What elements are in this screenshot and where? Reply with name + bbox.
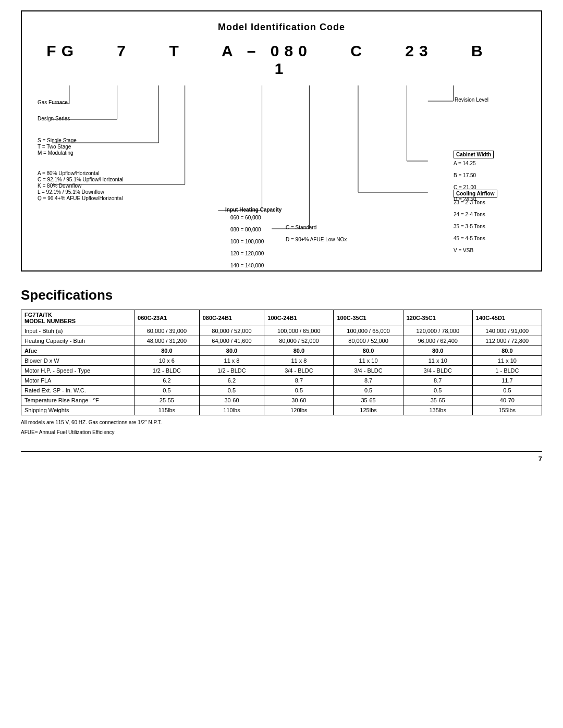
cell-2-1: 80.0 <box>199 346 264 356</box>
cell-2-3: 80.0 <box>334 346 403 356</box>
table-row: Temperature Rise Range - ºF25-5530-6030-… <box>21 396 542 405</box>
model-group-header: FG7TA/TK MODEL NUMBERS <box>21 310 134 326</box>
design-series-label: Design Series <box>38 116 70 121</box>
row-label-3: Blower D x W <box>21 356 134 366</box>
cell-3-2: 11 x 8 <box>264 356 334 366</box>
standard-d-label: D = 90+% AFUE Low NOx <box>286 237 347 242</box>
airflow-l-label: L = 92.1% / 95.1% Downflow <box>38 189 104 195</box>
footnote-2: AFUE= Annual Fuel Utilization Efficiency <box>21 429 542 435</box>
table-row: Blower D x W10 x 611 x 811 x 811 x 1011 … <box>21 356 542 366</box>
page-number: 7 <box>21 451 542 463</box>
cell-8-2: 120lbs <box>264 405 334 415</box>
specs-title: Specifications <box>21 287 542 303</box>
cell-5-5: 11.7 <box>472 376 542 386</box>
cell-6-3: 0.5 <box>334 386 403 396</box>
cabinet-b: B = 17.50 <box>454 172 494 178</box>
table-row: Shipping Weights115lbs110lbs120lbs125lbs… <box>21 405 542 415</box>
cooling-airflow-group: Cooling Airflow 23 = 2-3 Tons 24 = 2-4 T… <box>454 190 497 226</box>
cell-2-4: 80.0 <box>403 346 472 356</box>
cell-6-5: 0.5 <box>472 386 542 396</box>
cell-6-4: 0.5 <box>403 386 472 396</box>
page-num-text: 7 <box>538 455 542 463</box>
cell-0-5: 140,000 / 91,000 <box>472 326 542 336</box>
model-id-title: Model Identification Code <box>38 22 525 33</box>
cell-7-0: 25-55 <box>134 396 200 405</box>
col-header-2: 080C-24B1 <box>199 310 264 326</box>
stage-s-label: S = Single Stage <box>38 138 77 143</box>
cell-6-1: 0.5 <box>199 386 264 396</box>
cell-1-0: 48,000 / 31,200 <box>134 336 200 346</box>
cell-1-5: 112,000 / 72,800 <box>472 336 542 346</box>
input-heating-title: Input Heating Capacity <box>225 207 282 213</box>
row-label-7: Temperature Rise Range - ºF <box>21 396 134 405</box>
cell-1-3: 80,000 / 52,000 <box>334 336 403 346</box>
cell-5-2: 8.7 <box>264 376 334 386</box>
cabinet-width-title: Cabinet Width <box>454 151 494 158</box>
airflow-a-label: A = 80% Upflow/Horizontal <box>38 170 100 176</box>
col-header-3: 100C-24B1 <box>264 310 334 326</box>
cell-7-3: 35-65 <box>334 396 403 405</box>
row-label-6: Rated Ext. SP - In. W.C. <box>21 386 134 396</box>
cell-8-0: 115lbs <box>134 405 200 415</box>
cell-4-3: 3/4 - BLDC <box>334 366 403 376</box>
cell-0-3: 100,000 / 65,000 <box>334 326 403 336</box>
table-row: Motor FLA6.26.28.78.78.711.7 <box>21 376 542 386</box>
stage-t-label: T = Two Stage <box>38 144 71 150</box>
row-label-4: Motor H.P. - Speed - Type <box>21 366 134 376</box>
cooling-24: 24 = 2-4 Tons <box>454 212 497 217</box>
airflow-k-label: K = 80% Downflow <box>38 183 81 189</box>
cell-4-1: 1/2 - BLDC <box>199 366 264 376</box>
col-header-6: 140C-45D1 <box>472 310 542 326</box>
cell-1-1: 64,000 / 41,600 <box>199 336 264 346</box>
cell-5-0: 6.2 <box>134 376 200 386</box>
cell-5-4: 8.7 <box>403 376 472 386</box>
footnote-1: All models are 115 V, 60 HZ. Gas connect… <box>21 419 542 425</box>
table-row: Motor H.P. - Speed - Type1/2 - BLDC1/2 -… <box>21 366 542 376</box>
cooling-45: 45 = 4-5 Tons <box>454 236 497 241</box>
cell-0-2: 100,000 / 65,000 <box>264 326 334 336</box>
cell-7-4: 35-65 <box>403 396 472 405</box>
cell-2-0: 80.0 <box>134 346 200 356</box>
cell-1-4: 96,000 / 62,400 <box>403 336 472 346</box>
cell-3-0: 10 x 6 <box>134 356 200 366</box>
model-group-label: FG7TA/TK <box>25 312 131 318</box>
cell-4-0: 1/2 - BLDC <box>134 366 200 376</box>
row-label-0: Input - Btuh (a) <box>21 326 134 336</box>
standard-group: C = Standard D = 90+% AFUE Low NOx <box>286 225 347 236</box>
cooling-v: V = VSB <box>454 248 497 253</box>
input-080: 080 = 80,000 <box>230 227 287 232</box>
cell-3-4: 11 x 10 <box>403 356 472 366</box>
cooling-airflow-title: Cooling Airflow <box>454 190 497 198</box>
cell-0-1: 80,000 / 52,000 <box>199 326 264 336</box>
col-header-4: 100C-35C1 <box>334 310 403 326</box>
specs-tbody: Input - Btuh (a)60,000 / 39,00080,000 / … <box>21 326 542 415</box>
input-120: 120 = 120,000 <box>230 251 287 256</box>
table-row: Heating Capacity - Btuh48,000 / 31,20064… <box>21 336 542 346</box>
stage-m-label: M = Modulating <box>38 150 74 156</box>
cell-6-0: 0.5 <box>134 386 200 396</box>
specs-section: Specifications FG7TA/TK MODEL NUMBERS 06… <box>21 287 542 435</box>
diagram-area: Gas Furnace Design Series S = Single Sta… <box>38 83 525 260</box>
cell-3-1: 11 x 8 <box>199 356 264 366</box>
cell-7-5: 40-70 <box>472 396 542 405</box>
cell-0-4: 120,000 / 78,000 <box>403 326 472 336</box>
row-label-1: Heating Capacity - Btuh <box>21 336 134 346</box>
cell-4-2: 3/4 - BLDC <box>264 366 334 376</box>
col-header-1: 060C-23A1 <box>134 310 200 326</box>
model-numbers-label: MODEL NUMBERS <box>25 318 131 324</box>
airflow-c-label: C = 92.1% / 95.1% Upflow/Horizontal <box>38 177 124 182</box>
cell-8-4: 135lbs <box>403 405 472 415</box>
cell-5-1: 6.2 <box>199 376 264 386</box>
table-row: Input - Btuh (a)60,000 / 39,00080,000 / … <box>21 326 542 336</box>
input-140: 140 = 140,000 <box>230 263 287 268</box>
cell-0-0: 60,000 / 39,000 <box>134 326 200 336</box>
cell-2-2: 80.0 <box>264 346 334 356</box>
standard-c-label: C = Standard <box>286 225 347 230</box>
input-060: 060 = 60,000 <box>230 215 287 220</box>
model-code-display: FG 7 T A – 080 C 23 B 1 <box>38 42 525 78</box>
input-heating-group: Input Heating Capacity 060 = 60,000 080 … <box>225 207 282 241</box>
cabinet-a: A = 14.25 <box>454 161 494 166</box>
cell-2-5: 80.0 <box>472 346 542 356</box>
table-row: Rated Ext. SP - In. W.C.0.50.50.50.50.50… <box>21 386 542 396</box>
cell-1-2: 80,000 / 52,000 <box>264 336 334 346</box>
